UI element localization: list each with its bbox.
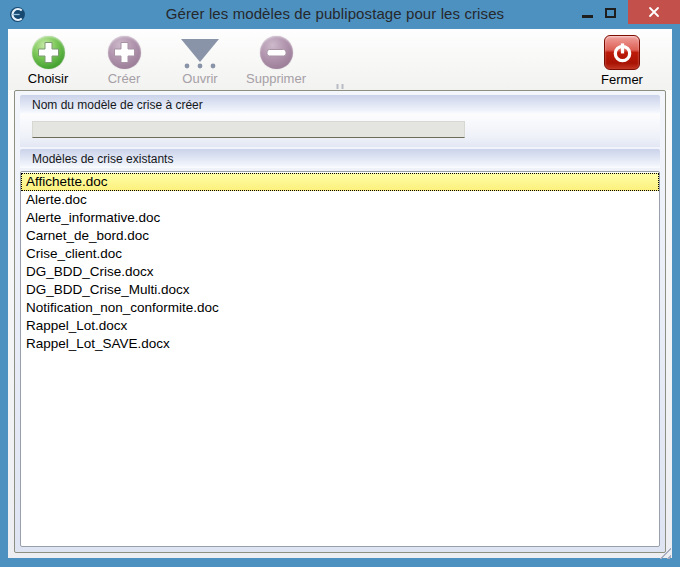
supprimer-label: Supprimer [246,71,306,86]
window-body: Choisir Créer [8,29,672,558]
maximize-button[interactable] [599,0,622,24]
choisir-button[interactable]: Choisir [12,29,84,86]
templates-group: Modèles de crise existants Affichette.do… [20,149,660,547]
maximize-icon [605,8,616,18]
mauve-plus-icon [108,36,141,69]
fermer-button[interactable]: Fermer [592,29,652,87]
content-area: Nom du modèle de crise à créer Modèles d… [8,90,672,558]
main-panel: Nom du modèle de crise à créer Modèles d… [14,90,666,553]
list-item[interactable]: Rappel_Lot.docx [21,317,659,335]
name-input[interactable] [32,121,465,138]
dropdown-triangle-icon [179,36,221,69]
list-item[interactable]: DG_BDD_Crise_Multi.docx [21,281,659,299]
window-title: Gérer les modèles de publipostage pour l… [0,0,580,26]
toolbar: Choisir Créer [8,29,672,90]
mauve-minus-icon [260,36,293,69]
splitter-grip[interactable] [337,84,344,89]
fermer-label: Fermer [601,72,643,87]
window: Gérer les modèles de publipostage pour l… [0,0,680,567]
templates-group-header: Modèles de crise existants [20,149,660,168]
supprimer-button[interactable]: Supprimer [240,29,312,86]
ouvrir-button[interactable]: Ouvrir [164,29,236,86]
list-item[interactable]: Alerte_informative.doc [21,209,659,227]
list-item[interactable]: Alerte.doc [21,191,659,209]
list-item[interactable]: Carnet_de_bord.doc [21,227,659,245]
choisir-label: Choisir [28,71,68,86]
list-item[interactable]: Crise_client.doc [21,245,659,263]
template-list[interactable]: Affichette.docAlerte.docAlerte_informati… [20,171,660,547]
minimize-icon [582,15,593,18]
window-controls [576,0,680,24]
list-item[interactable]: Rappel_Lot_SAVE.docx [21,335,659,353]
minimize-button[interactable] [576,0,599,24]
name-input-row [20,114,660,147]
name-group: Nom du modèle de crise à créer [20,95,660,147]
close-icon [648,6,660,18]
titlebar: Gérer les modèles de publipostage pour l… [0,0,680,29]
power-icon [604,35,640,70]
list-item[interactable]: Notification_non_conformite.doc [21,299,659,317]
list-item[interactable]: DG_BDD_Crise.docx [21,263,659,281]
creer-button[interactable]: Créer [88,29,160,86]
green-plus-icon [32,36,65,69]
creer-label: Créer [108,71,141,86]
name-group-header: Nom du modèle de crise à créer [20,95,660,114]
close-button[interactable] [628,0,680,24]
list-item[interactable]: Affichette.doc [21,173,659,191]
ouvrir-label: Ouvrir [182,71,217,86]
